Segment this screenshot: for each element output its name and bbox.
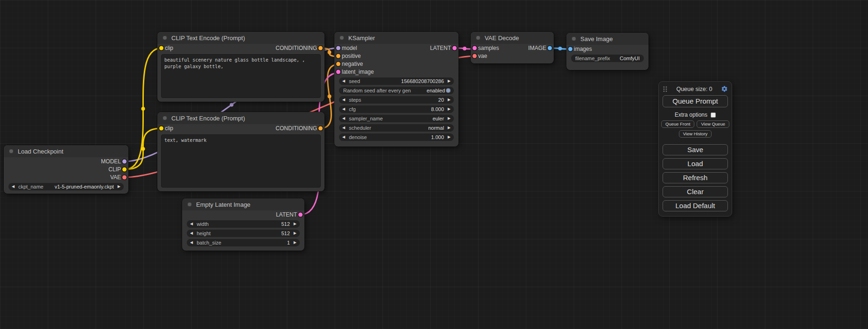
input-label-images: images [574, 46, 592, 52]
clear-button[interactable]: Clear [663, 186, 728, 197]
output-port-vae[interactable] [122, 175, 127, 179]
input-port-clip[interactable] [159, 46, 163, 50]
decrement-arrow-icon[interactable]: ◀ [342, 79, 345, 83]
output-label-image: IMAGE [528, 45, 546, 51]
output-port-model[interactable] [122, 159, 127, 163]
output-port-conditioning[interactable] [318, 46, 323, 50]
node-title-bar[interactable]: CLIP Text Encode (Prompt) [157, 112, 325, 124]
widget-label: width [197, 221, 209, 227]
input-port-clip[interactable] [159, 126, 163, 130]
increment-arrow-icon[interactable]: ▶ [294, 231, 296, 235]
collapse-dot-icon[interactable] [187, 202, 192, 207]
input-port-model[interactable] [336, 46, 340, 50]
toggle-dot-icon[interactable] [446, 88, 451, 93]
input-port-negative[interactable] [336, 62, 340, 66]
decrement-arrow-icon[interactable]: ◀ [342, 135, 345, 139]
decrement-arrow-icon[interactable]: ◀ [342, 117, 345, 120]
node-clip-text-encode-negative[interactable]: CLIP Text Encode (Prompt) clip CONDITION… [157, 112, 325, 191]
node-ksampler[interactable]: KSampler model LATENT positive negative … [334, 32, 459, 147]
collapse-dot-icon[interactable] [9, 149, 14, 154]
widget-batch-size[interactable]: ◀ batch_size 1 ▶ [187, 239, 300, 246]
positive-prompt-textarea[interactable]: beautiful scenery nature glass bottle la… [161, 54, 321, 98]
node-title-bar[interactable]: KSampler [334, 32, 459, 44]
decrement-arrow-icon[interactable]: ◀ [342, 126, 345, 130]
increment-arrow-icon[interactable]: ▶ [294, 222, 296, 226]
node-vae-decode[interactable]: VAE Decode samples IMAGE vae [471, 32, 554, 63]
view-history-button[interactable]: View History [679, 130, 712, 138]
increment-arrow-icon[interactable]: ▶ [294, 241, 296, 245]
settings-gear-icon[interactable] [721, 85, 728, 92]
decrement-arrow-icon[interactable]: ◀ [342, 98, 345, 102]
graph-canvas[interactable]: Load Checkpoint MODEL CLIP VAE ◀ ckpt_na… [0, 0, 868, 329]
widget-denoise[interactable]: ◀ denoise 1.000 ▶ [339, 133, 454, 141]
decrement-arrow-icon[interactable]: ◀ [342, 107, 345, 111]
load-button[interactable]: Load [663, 158, 728, 169]
decrement-arrow-icon[interactable]: ◀ [190, 231, 193, 235]
output-label-conditioning: CONDITIONING [275, 45, 317, 51]
extra-options-checkbox[interactable] [711, 112, 716, 118]
collapse-dot-icon[interactable] [162, 35, 167, 40]
collapse-dot-icon[interactable] [162, 116, 167, 120]
widget-seed[interactable]: ◀ seed 156680208700286 ▶ [339, 77, 454, 85]
queue-prompt-button[interactable]: Queue Prompt [663, 95, 728, 107]
widget-width[interactable]: ◀ width 512 ▶ [187, 220, 300, 228]
input-port-samples[interactable] [473, 46, 477, 50]
decrement-arrow-icon[interactable]: ◀ [190, 241, 193, 245]
node-title-bar[interactable]: VAE Decode [471, 32, 554, 44]
widget-sampler-name[interactable]: ◀ sampler_name euler ▶ [339, 115, 454, 122]
slot-row: LATENT [182, 210, 304, 218]
increment-arrow-icon[interactable]: ▶ [448, 126, 451, 130]
output-port-clip[interactable] [122, 167, 127, 171]
widget-cfg[interactable]: ◀ cfg 8.000 ▶ [339, 105, 454, 113]
output-label-clip: CLIP [108, 166, 121, 173]
negative-prompt-textarea[interactable]: text, watermark [161, 134, 321, 188]
decrement-arrow-icon[interactable]: ◀ [12, 185, 14, 189]
output-label-model: MODEL [101, 158, 121, 165]
output-port-conditioning[interactable] [318, 126, 323, 130]
output-port-latent[interactable] [298, 212, 303, 217]
increment-arrow-icon[interactable]: ▶ [448, 107, 451, 111]
output-label-latent: LATENT [276, 211, 297, 218]
collapse-dot-icon[interactable] [339, 35, 344, 40]
widget-steps[interactable]: ◀ steps 20 ▶ [339, 96, 454, 104]
slot-row: positive [334, 52, 459, 60]
increment-arrow-icon[interactable]: ▶ [118, 185, 120, 189]
widget-filename-prefix[interactable]: filename_prefix ComfyUI [571, 55, 644, 62]
node-title: Empty Latent Image [196, 201, 250, 208]
load-default-button[interactable]: Load Default [663, 200, 728, 211]
increment-arrow-icon[interactable]: ▶ [448, 117, 451, 120]
widget-value: 8.000 [431, 106, 444, 112]
increment-arrow-icon[interactable]: ▶ [448, 79, 451, 83]
output-port-latent[interactable] [452, 46, 457, 50]
widget-ckpt-name[interactable]: ◀ ckpt_name v1-5-pruned-emaonly.ckpt ▶ [8, 183, 124, 190]
node-clip-text-encode-positive[interactable]: CLIP Text Encode (Prompt) clip CONDITION… [157, 32, 325, 102]
output-label-latent: LATENT [430, 45, 451, 51]
node-title-bar[interactable]: Empty Latent Image [182, 198, 304, 210]
input-port-latent-image[interactable] [336, 70, 340, 74]
drag-handle-icon[interactable] [663, 86, 668, 92]
view-queue-button[interactable]: View Queue [697, 120, 729, 128]
widget-scheduler[interactable]: ◀ scheduler normal ▶ [339, 124, 454, 132]
output-port-image[interactable] [548, 46, 552, 50]
node-title-bar[interactable]: Save Image [566, 33, 649, 45]
widget-height[interactable]: ◀ height 512 ▶ [187, 230, 300, 237]
increment-arrow-icon[interactable]: ▶ [448, 98, 451, 102]
queue-front-button[interactable]: Queue Front [661, 120, 694, 128]
input-port-vae[interactable] [473, 54, 477, 58]
widget-value: v1-5-pruned-emaonly.ckpt [55, 184, 114, 189]
collapse-dot-icon[interactable] [476, 35, 480, 40]
node-save-image[interactable]: Save Image images filename_prefix ComfyU… [566, 33, 649, 70]
collapse-dot-icon[interactable] [572, 36, 576, 41]
node-title-bar[interactable]: Load Checkpoint [4, 145, 128, 157]
input-label-positive: positive [342, 53, 361, 59]
node-empty-latent-image[interactable]: Empty Latent Image LATENT ◀ width 512 ▶ … [182, 198, 304, 251]
node-title-bar[interactable]: CLIP Text Encode (Prompt) [157, 32, 325, 44]
save-button[interactable]: Save [663, 144, 728, 155]
refresh-button[interactable]: Refresh [663, 172, 728, 183]
widget-random-seed-toggle[interactable]: Random seed after every gen enabled [339, 87, 454, 94]
increment-arrow-icon[interactable]: ▶ [448, 135, 451, 139]
input-port-positive[interactable] [336, 54, 340, 58]
input-port-images[interactable] [568, 47, 572, 51]
node-load-checkpoint[interactable]: Load Checkpoint MODEL CLIP VAE ◀ ckpt_na… [4, 145, 128, 194]
decrement-arrow-icon[interactable]: ◀ [190, 222, 193, 226]
